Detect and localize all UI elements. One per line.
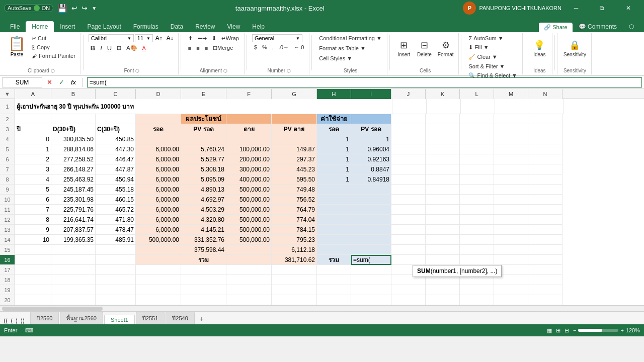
cell-l13[interactable] [460, 225, 494, 235]
row-num-1[interactable]: 1 [0, 99, 15, 114]
cell-k3[interactable] [426, 124, 460, 134]
quick-access-dropdown[interactable]: ▼ [92, 6, 97, 11]
fill-button[interactable]: ⬇ Fill ▼ [466, 43, 491, 52]
cell-a10[interactable]: 6 [15, 195, 51, 205]
zoom-in-button[interactable]: + [620, 327, 623, 333]
align-center-button[interactable]: ≡ [194, 44, 201, 52]
share-button[interactable]: 🔗 Share [539, 23, 572, 32]
cell-n7[interactable] [528, 164, 562, 174]
cell-f8[interactable]: 400,000.00 [226, 174, 272, 185]
cell-n2[interactable] [528, 114, 562, 124]
cell-g11[interactable]: 764.79 [272, 205, 317, 215]
row-num-10[interactable]: 10 [0, 195, 15, 205]
sheet-tab-pi2551[interactable]: ปี2551 [136, 312, 165, 324]
font-name-selector[interactable]: Calibri▼ [89, 34, 134, 42]
sheet-nav-last[interactable]: ⟩⟩ [19, 318, 26, 324]
cell-f11[interactable]: 500,000.00 [226, 205, 272, 215]
cell-j10[interactable] [391, 195, 426, 205]
cell-a17[interactable] [15, 265, 51, 275]
format-button[interactable]: ⚙ Format [436, 34, 456, 62]
number-format-selector[interactable]: General ▼ [252, 34, 302, 42]
cell-g3[interactable]: PV ตาย [272, 124, 317, 134]
cell-j8[interactable] [391, 174, 426, 185]
align-right-button[interactable]: ≡ [203, 44, 210, 52]
cell-d2[interactable] [136, 114, 181, 124]
cell-a16[interactable] [15, 255, 51, 265]
cell-n14[interactable] [528, 235, 562, 245]
align-middle-button[interactable]: ⬅➡ [196, 34, 209, 43]
cell-g14[interactable]: 795.23 [272, 235, 317, 245]
cell-c16[interactable] [96, 255, 136, 265]
increase-decimal-button[interactable]: .0→ [277, 43, 291, 51]
sheet-tab-pi2560[interactable]: ปี2560 [30, 312, 59, 324]
cell-c7[interactable]: 447.87 [96, 164, 136, 174]
cell-n9[interactable] [528, 185, 562, 195]
cell-c5[interactable]: 447.30 [96, 144, 136, 154]
cell-b8[interactable]: 255,463.92 [51, 174, 96, 185]
zoom-slider[interactable] [578, 329, 618, 332]
font-color-button[interactable]: A [140, 44, 148, 52]
cell-d13[interactable]: 6,000.00 [136, 225, 181, 235]
row-num-3[interactable]: 3 [0, 124, 15, 134]
cell-l2[interactable] [460, 114, 494, 124]
tab-formulas[interactable]: Formulas [127, 21, 165, 32]
col-header-d[interactable]: D [136, 89, 181, 99]
align-bottom-button[interactable]: ⬇ [210, 34, 218, 43]
sheet-tab-pi2540[interactable]: ปี2540 [166, 312, 194, 324]
cell-b12[interactable]: 216,641.74 [51, 215, 96, 225]
cell-f10[interactable]: 500,000.00 [226, 195, 272, 205]
cell-a14[interactable]: 10 [15, 235, 51, 245]
cell-k1[interactable] [427, 99, 461, 114]
cell-g13[interactable]: 784.15 [272, 225, 317, 235]
cell-k9[interactable] [426, 185, 460, 195]
cell-i11[interactable] [351, 205, 391, 215]
cell-h3[interactable]: รอด [317, 124, 351, 134]
cell-k12[interactable] [426, 215, 460, 225]
cell-a8[interactable]: 4 [15, 174, 51, 185]
cell-b5[interactable]: 288,814.06 [51, 144, 96, 154]
cell-c3[interactable]: C(30+ปี) [96, 124, 136, 134]
cell-n13[interactable] [528, 225, 562, 235]
cell-m3[interactable] [494, 124, 528, 134]
border-button[interactable]: ⊞ [115, 44, 123, 52]
cell-k7[interactable] [426, 164, 460, 174]
row-num-9[interactable]: 9 [0, 185, 15, 195]
autosum-button[interactable]: Σ AutoSum ▼ [466, 34, 505, 42]
cell-d4[interactable] [136, 134, 181, 144]
tab-data[interactable]: Data [165, 21, 189, 32]
cell-m8[interactable] [494, 174, 528, 185]
cell-h4[interactable]: 1 [317, 134, 351, 144]
cell-c2[interactable] [96, 114, 136, 124]
cell-g12[interactable]: 774.04 [272, 215, 317, 225]
tab-page-layout[interactable]: Page Layout [81, 21, 127, 32]
cell-c14[interactable]: 485.91 [96, 235, 136, 245]
layout-page-layout-button[interactable]: ⊞ [556, 327, 560, 334]
cell-b6[interactable]: 277,258.52 [51, 154, 96, 164]
cell-a1[interactable]: ผู้เอาประกันอายุ 30 ปี ทุนประกัน 100000 … [15, 99, 392, 114]
cell-n6[interactable] [528, 154, 562, 164]
sheet-tab-sheet1[interactable]: Sheet1 [104, 315, 135, 324]
cell-h16[interactable]: รวม [317, 255, 351, 265]
col-header-m[interactable]: M [494, 89, 528, 99]
cell-g16[interactable]: 381,710.62 [272, 255, 317, 265]
row-num-15[interactable]: 15 [0, 245, 15, 255]
cell-m15[interactable] [494, 245, 528, 255]
row-num-11[interactable]: 11 [0, 205, 15, 215]
row-num-17[interactable]: 17 [0, 265, 15, 275]
cell-e10[interactable]: 4,692.97 [181, 195, 226, 205]
cell-l3[interactable] [460, 124, 494, 134]
row-num-5[interactable]: 5 [0, 144, 15, 154]
corner-header[interactable]: ▼ [0, 89, 15, 99]
italic-button[interactable]: I [98, 43, 104, 53]
col-header-l[interactable]: L [460, 89, 494, 99]
cell-j14[interactable] [391, 235, 426, 245]
cell-i6[interactable]: 0.92163 [351, 154, 391, 164]
name-box[interactable] [2, 77, 42, 87]
cell-j16[interactable] [391, 255, 426, 265]
cell-l11[interactable] [460, 205, 494, 215]
cell-f3[interactable]: ตาย [226, 124, 272, 134]
scroll-thumb[interactable] [2, 307, 103, 311]
ribbon-display-options[interactable]: ⬡ [623, 21, 640, 32]
row-num-20[interactable]: 20 [0, 295, 15, 305]
cell-n5[interactable] [528, 144, 562, 154]
